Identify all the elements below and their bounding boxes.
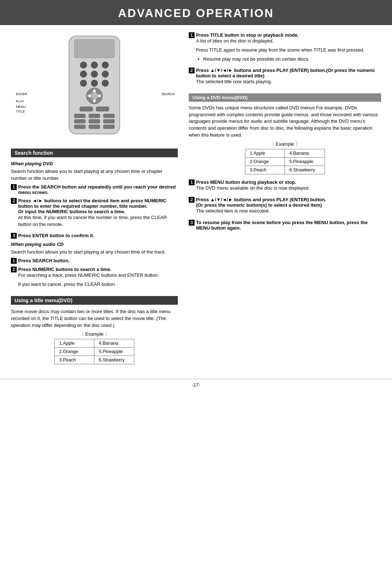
dvd-menu-step3: 3 To resume play from the scene before y… — [189, 220, 381, 231]
dvd-step2-para: The selected item is now executed. — [196, 208, 381, 215]
dvd-step3-heading: To resume play from the scene before you… — [196, 220, 368, 231]
table-cell: 4.Banana — [94, 339, 134, 348]
bullet-item: Resume play may not be possible on certa… — [203, 56, 381, 62]
svg-rect-17 — [80, 107, 93, 111]
svg-rect-23 — [89, 120, 100, 123]
dvd-menu-section: Using a DVD menu(DVD) Some DVDs has uniq… — [189, 93, 381, 231]
search-cd-step1-text: Press SEARCH button. — [18, 258, 70, 263]
svg-rect-22 — [74, 120, 85, 123]
svg-point-12 — [91, 92, 98, 100]
dvd-menu-example-label: 〈 Example 〉 — [189, 141, 381, 147]
cd-step-num-2: 2 — [11, 267, 17, 272]
dvd-menu-example-table: 1.Apple 4.Banana 2.Orange 5.Pineapple 3.… — [245, 149, 325, 174]
title-step1: 1 Press TITLE button in stop or playback… — [189, 32, 381, 65]
dvd-step1-para: The DVD menu available on the disc is no… — [196, 185, 381, 192]
label-search: SEARCH — [161, 92, 175, 96]
title-step1-bullets: Resume play may not be possible on certa… — [203, 56, 381, 62]
label-play: PLAY — [16, 100, 24, 103]
table-row: 3.Peach 6.Strawberry — [55, 356, 134, 364]
page-title: ADVANCED OPERATION — [0, 7, 392, 20]
title-step-num-2: 2 — [189, 68, 195, 73]
search-dvd-step2-sub: Or input the NUMERIC buttons to search a… — [18, 209, 125, 214]
title-step-num-1: 1 — [189, 32, 195, 38]
dvd-step1-heading: Press MENU button during playback or sto… — [196, 179, 296, 185]
table-cell: 5.Pineapple — [285, 157, 325, 166]
svg-point-4 — [102, 62, 109, 68]
svg-point-3 — [91, 62, 98, 68]
search-dvd-intro: Search function allows you to start play… — [11, 168, 178, 182]
svg-rect-19 — [74, 114, 85, 118]
dvd-step2-sub-heading: (Or press the numeric button(s) to selec… — [196, 202, 322, 208]
title-menu-header: Using a title menu(DVD) — [11, 296, 178, 305]
search-dvd-step3-text: Press ENTER button to confirm it. — [18, 233, 94, 238]
svg-rect-20 — [89, 114, 100, 118]
title-step2-para: The selected title now starts playing. — [196, 78, 381, 85]
remote-image-area: ENTER PLAY MENU TITLE SEARCH — [11, 32, 178, 141]
svg-rect-26 — [89, 125, 100, 129]
title-menu-example-label: 〈 Example 〉 — [11, 331, 178, 337]
title-playback-section: 1 Press TITLE button in stop or playback… — [189, 32, 381, 88]
table-row: 3.Peach 6.Strawberry — [245, 166, 325, 174]
svg-point-6 — [91, 71, 98, 77]
table-row: 1.Apple 4.Banana — [245, 149, 325, 157]
table-cell: 2.Orange — [245, 157, 285, 166]
title-step1-heading: Press TITLE button in stop or playback m… — [196, 32, 299, 38]
cd-step-num-1: 1 — [11, 258, 17, 264]
page-header: ADVANCED OPERATION — [0, 0, 392, 25]
table-cell: 1.Apple — [55, 339, 94, 348]
title-step2: 2 Press ▲/▼/◄/► buttons and press PLAY (… — [189, 68, 381, 88]
search-cd-step2-text: Press NUMERIC buttons to search a time. — [18, 267, 111, 272]
dvd-menu-header: Using a DVD menu(DVD) — [189, 93, 381, 102]
svg-point-10 — [102, 80, 109, 86]
table-cell: 5.Pineapple — [94, 348, 134, 356]
search-dvd-step1-text: Press the SEARCH button and repeatedly u… — [18, 184, 176, 195]
table-row: 2.Orange 5.Pineapple — [55, 348, 134, 356]
label-menu: MENU — [16, 105, 26, 109]
svg-point-8 — [80, 80, 87, 86]
title-menu-section: Using a title menu(DVD) Some movie discs… — [11, 296, 178, 365]
label-title: TITLE — [16, 110, 25, 113]
left-column: ENTER PLAY MENU TITLE SEARCH Search func… — [11, 32, 178, 370]
when-playing-dvd-title: When playing DVD — [11, 161, 178, 166]
svg-point-9 — [91, 80, 98, 86]
table-row: 2.Orange 5.Pineapple — [245, 157, 325, 166]
step-num-2: 2 — [11, 198, 17, 204]
table-cell: 3.Peach — [245, 166, 285, 174]
title-menu-example-table: 1.Apple 4.Banana 2.Orange 5.Pineapple 3.… — [54, 339, 134, 364]
svg-point-7 — [102, 71, 109, 77]
search-cd-step2: 2 Press NUMERIC buttons to search a time… — [11, 267, 178, 290]
search-dvd-step3: 3 Press ENTER button to confirm it. — [11, 233, 178, 239]
search-dvd-step2-text: Press ◄/► buttons to select the desired … — [18, 198, 167, 209]
search-dvd-step2-extra: At this time, if you want to cancel the … — [18, 214, 178, 228]
table-cell: 2.Orange — [55, 348, 94, 356]
search-dvd-step1: 1 Press the SEARCH button and repeatedly… — [11, 184, 178, 195]
svg-point-2 — [80, 62, 87, 68]
table-cell: 6.Strawberry — [285, 166, 325, 174]
page-number: -17- — [192, 382, 200, 388]
page-footer: -17- — [0, 379, 392, 391]
svg-rect-18 — [96, 107, 109, 111]
search-cd-step1: 1 Press SEARCH button. — [11, 258, 178, 264]
svg-point-5 — [80, 71, 87, 77]
search-dvd-step2: 2 Press ◄/► buttons to select the desire… — [11, 198, 178, 230]
step-num-1: 1 — [11, 184, 17, 190]
dvd-step-num-2: 2 — [189, 197, 195, 203]
step-num-3: 3 — [11, 233, 17, 239]
svg-rect-24 — [103, 120, 114, 123]
dvd-menu-intro: Some DVDs has unique menu structures cal… — [189, 105, 381, 139]
right-column: 1 Press TITLE button in stop or playback… — [189, 32, 381, 370]
svg-rect-1 — [74, 40, 114, 58]
search-function-header: Search function — [11, 149, 178, 157]
dvd-step2-heading: Press ▲/▼/◄/► buttons and press PLAY (EN… — [196, 197, 326, 202]
table-cell: 1.Apple — [245, 149, 285, 157]
search-cd-step2-extra: If you want to cancel, press the CLEAR b… — [18, 281, 178, 288]
title-step1-para1: A list of titles on the disc is displaye… — [196, 38, 381, 45]
remote-svg — [58, 32, 131, 141]
search-cd-step2-sub: For searching a track, press NUMERIC but… — [18, 272, 178, 279]
dvd-menu-step2: 2 Press ▲/▼/◄/► buttons and press PLAY (… — [189, 197, 381, 217]
search-cd-intro: Search function allows you to start play… — [11, 249, 178, 256]
title-step1-para2: Press TITLE again to resume play from th… — [196, 47, 381, 54]
when-playing-cd-title: When playing audio CD — [11, 242, 178, 247]
table-cell: 6.Strawberry — [94, 356, 134, 364]
table-row: 1.Apple 4.Banana — [55, 339, 134, 348]
